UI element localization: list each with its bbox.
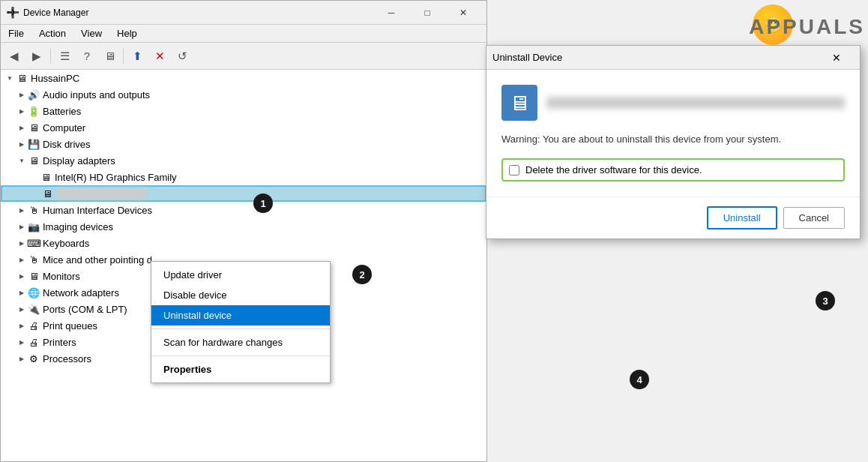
hid-expand[interactable]: ▶ [16,204,28,216]
device2-icon: 🖥 [41,188,53,200]
uninstall-button[interactable]: ✕ [149,46,170,67]
tree-item-display[interactable]: ▼ 🖥 Display adapters [1,152,486,169]
display-icon: 🖥 [28,154,40,166]
title-bar-controls: ─ □ ✕ [374,1,480,25]
printers-label: Printers [43,337,76,348]
ctx-scan-hardware[interactable]: Scan for hardware changes [151,332,330,352]
menu-bar: File Action View Help [1,25,486,43]
delete-driver-checkbox-row: Delete the driver software for this devi… [501,158,845,182]
menu-view[interactable]: View [73,25,109,42]
disk-label: Disk drives [43,139,91,150]
uninstall-dialog: Uninstall Device ✕ 🖥 Warning: You are ab… [486,45,861,239]
back-button[interactable]: ◀ [4,46,25,67]
ctx-update-driver[interactable]: Update driver [151,265,330,285]
network-label: Network adapters [43,287,119,298]
network-icon: 🌐 [28,286,40,298]
intel-label: Intel(R) HD Graphics Family [55,172,177,183]
dialog-footer: Uninstall Cancel [486,196,860,238]
title-bar: ⚙ Device Manager ─ □ ✕ [1,1,486,25]
update-driver-button[interactable]: ⬆ [127,46,148,67]
print-queues-expand[interactable]: ▶ [16,320,28,332]
menu-action[interactable]: Action [31,25,73,42]
audio-label: Audio inputs and outputs [43,89,150,100]
tree-item-hid[interactable]: ▶ 🖱 Human Interface Devices [1,202,486,218]
minimize-button[interactable]: ─ [374,1,409,25]
tree-item-computer[interactable]: ▶ 🖥 Computer [1,119,486,136]
ports-icon: 🔌 [28,303,40,315]
ctx-disable-device[interactable]: Disable device [151,285,330,305]
tree-item-device2[interactable]: 🖥 [1,185,486,202]
ctx-uninstall-device[interactable]: Uninstall device [151,305,330,326]
ctx-properties[interactable]: Properties [151,359,330,380]
brand-name: APPUALS [749,15,865,39]
tree-root[interactable]: ▼ 🖥 HussainPC [1,70,486,86]
batteries-icon: 🔋 [28,105,40,117]
imaging-label: Imaging devices [43,221,113,232]
processors-label: Processors [43,353,91,364]
help-button[interactable]: ? [76,46,97,67]
network-expand[interactable]: ▶ [16,286,28,298]
disk-expand[interactable]: ▶ [16,138,28,150]
properties-button[interactable]: ☰ [54,46,75,67]
window-title: Device Manager [23,8,374,18]
monitors-icon: 🖥 [28,270,40,282]
uninstall-confirm-button[interactable]: Uninstall [707,206,777,230]
scan-hardware-button[interactable]: ↺ [172,46,193,67]
ctx-separator [151,328,330,329]
menu-file[interactable]: File [1,25,31,42]
display-expand[interactable]: ▼ [16,154,28,166]
device2-label [56,188,146,199]
computer-icon: 🖥 [28,122,40,134]
monitors-expand[interactable]: ▶ [16,270,28,282]
tree-item-disk[interactable]: ▶ 💾 Disk drives [1,136,486,152]
tree-item-audio[interactable]: ▶ 🔊 Audio inputs and outputs [1,86,486,103]
root-label: HussainPC [31,73,79,84]
step-4-circle: 4 [630,370,649,389]
close-button[interactable]: ✕ [446,1,480,25]
scan-button[interactable]: 🖥 [99,46,120,67]
batteries-expand[interactable]: ▶ [16,105,28,117]
print-queues-label: Print queues [43,320,97,332]
root-expand[interactable]: ▼ [4,72,16,84]
hid-label: Human Interface Devices [43,205,152,216]
delete-driver-checkbox[interactable] [509,165,519,176]
menu-help[interactable]: Help [109,25,145,42]
step-3-circle: 3 [816,291,835,310]
dialog-body: 🖥 Warning: You are about to uninstall th… [486,70,860,196]
device-tree[interactable]: ▼ 🖥 HussainPC ▶ 🔊 Audio inputs and outpu… [1,70,486,461]
computer-expand[interactable]: ▶ [16,122,28,134]
root-icon: 🖥 [16,72,28,84]
processors-expand[interactable]: ▶ [16,352,28,364]
print-queues-icon: 🖨 [28,320,40,332]
device-manager-window: ⚙ Device Manager ─ □ ✕ File Action View … [0,0,487,462]
device-large-icon: 🖥 [501,85,537,121]
cancel-button[interactable]: Cancel [783,207,845,229]
branding-area: 😊 APPUALS [723,3,865,56]
forward-button[interactable]: ▶ [26,46,47,67]
imaging-expand[interactable]: ▶ [16,220,28,232]
audio-expand[interactable]: ▶ [16,88,28,100]
tree-item-imaging[interactable]: ▶ 📷 Imaging devices [1,218,486,235]
step-1-circle: 1 [253,194,273,213]
imaging-icon: 📷 [28,220,40,232]
tree-item-batteries[interactable]: ▶ 🔋 Batteries [1,103,486,119]
computer-label: Computer [43,122,85,134]
maximize-button[interactable]: □ [410,1,444,25]
ctx-separator-2 [151,356,330,356]
intel-icon: 🖥 [40,171,52,183]
display-label: Display adapters [43,155,115,166]
tree-item-intel[interactable]: 🖥 Intel(R) HD Graphics Family [1,169,486,185]
tree-item-keyboards[interactable]: ▶ ⌨ Keyboards [1,235,486,251]
printers-expand[interactable]: ▶ [16,336,28,348]
mice-expand[interactable]: ▶ [16,254,28,266]
printers-icon: 🖨 [28,336,40,348]
delete-driver-label: Delete the driver software for this devi… [525,164,702,176]
batteries-label: Batteries [43,106,81,117]
ports-expand[interactable]: ▶ [16,303,28,315]
disk-icon: 💾 [28,138,40,150]
mice-icon: 🖱 [28,254,40,266]
keyboards-label: Keyboards [43,238,89,249]
window-icon: ⚙ [7,7,19,19]
device-name-blurred [546,97,845,109]
audio-icon: 🔊 [28,88,40,100]
